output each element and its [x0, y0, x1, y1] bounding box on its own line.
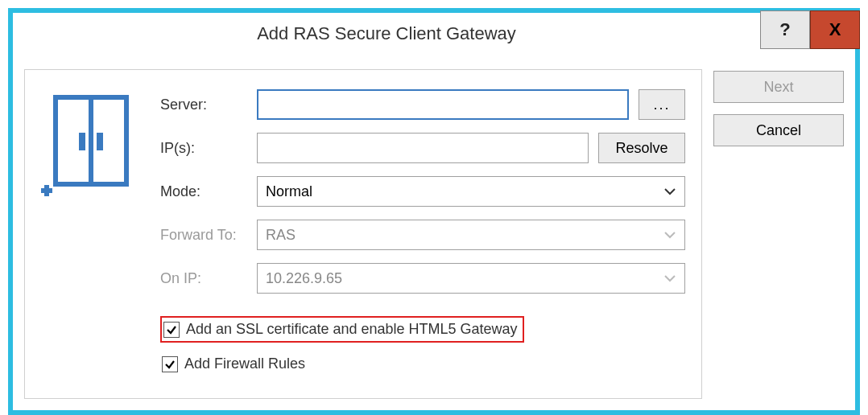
dialog-title: Add RAS Secure Client Gateway: [13, 23, 760, 44]
ips-row: IP(s): Resolve: [160, 133, 685, 163]
ips-label: IP(s):: [160, 140, 257, 157]
svg-rect-2: [79, 133, 85, 150]
forward-select: RAS: [257, 220, 685, 250]
forward-label: Forward To:: [160, 227, 257, 244]
form-column: Server: ... IP(s): Resolve Mode:: [160, 89, 685, 380]
close-button[interactable]: X: [810, 10, 860, 49]
ips-input[interactable]: [257, 133, 589, 163]
resolve-button[interactable]: Resolve: [598, 133, 685, 163]
help-button[interactable]: ?: [760, 10, 810, 49]
ssl-checkbox-label: Add an SSL certificate and enable HTML5 …: [186, 321, 518, 338]
check-icon: [166, 324, 177, 335]
onip-label: On IP:: [160, 270, 257, 287]
chevron-down-icon: [663, 231, 676, 239]
dialog-body: Server: ... IP(s): Resolve Mode:: [13, 55, 855, 410]
ssl-checkbox[interactable]: [163, 322, 180, 338]
ellipsis-icon: ...: [653, 97, 670, 113]
next-button[interactable]: Next: [713, 71, 844, 103]
ssl-checkbox-row: Add an SSL certificate and enable HTML5 …: [160, 316, 524, 343]
help-icon: ?: [779, 19, 790, 40]
main-panel: Server: ... IP(s): Resolve Mode:: [24, 69, 702, 399]
check-icon: [164, 359, 176, 370]
onip-row: On IP: 10.226.9.65: [160, 263, 685, 294]
server-input[interactable]: [257, 89, 629, 120]
server-row: Server: ...: [160, 89, 685, 120]
titlebar-buttons: ? X: [760, 10, 860, 52]
forward-row: Forward To: RAS: [160, 220, 685, 250]
onip-select: 10.226.9.65: [257, 263, 685, 294]
cancel-button[interactable]: Cancel: [713, 114, 844, 146]
firewall-checkbox-label: Add Firewall Rules: [184, 355, 305, 372]
browse-button[interactable]: ...: [639, 89, 685, 120]
svg-rect-3: [97, 133, 103, 150]
firewall-checkbox[interactable]: [162, 356, 178, 372]
dialog-window: Add RAS Secure Client Gateway ? X: [8, 8, 860, 415]
chevron-down-icon: [663, 187, 676, 195]
side-panel: Next Cancel: [713, 69, 844, 146]
mode-select[interactable]: Normal: [257, 176, 685, 207]
onip-value: 10.226.9.65: [266, 270, 342, 287]
firewall-checkbox-row: Add Firewall Rules: [160, 352, 685, 376]
mode-row: Mode: Normal: [160, 176, 685, 207]
main-content: Server: ... IP(s): Resolve Mode:: [41, 89, 685, 380]
mode-value: Normal: [266, 183, 312, 200]
icon-column: [41, 89, 138, 197]
mode-label: Mode:: [160, 183, 257, 200]
gateway-icon: [41, 92, 130, 197]
chevron-down-icon: [663, 274, 676, 282]
forward-value: RAS: [266, 227, 296, 244]
close-icon: X: [829, 19, 841, 40]
server-label: Server:: [160, 97, 257, 113]
titlebar: Add RAS Secure Client Gateway ? X: [13, 13, 855, 55]
